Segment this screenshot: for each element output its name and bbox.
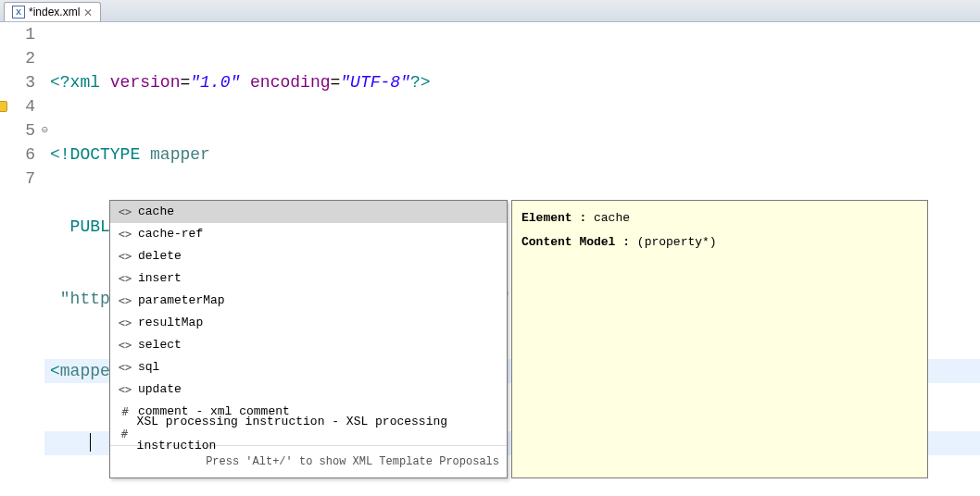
suggestion-label: update: [138, 378, 182, 402]
tag-icon: <>: [118, 267, 132, 291]
suggestion-detail: Element : cache Content Model : (propert…: [511, 200, 928, 478]
detail-key: Content Model :: [521, 235, 637, 249]
xml-file-icon: X: [12, 6, 25, 19]
text-cursor: [90, 433, 91, 452]
line-number: 2: [0, 46, 35, 70]
tag-icon: <>: [118, 289, 132, 313]
close-icon[interactable]: ⨯: [83, 6, 93, 19]
suggestion-label: cache: [138, 200, 174, 224]
line-gutter: 1234567: [0, 22, 43, 191]
suggestion-label: parameterMap: [138, 289, 225, 313]
suggestion-item[interactable]: <>delete: [110, 245, 507, 267]
line-number: 4: [0, 94, 35, 118]
line-number: 5: [0, 118, 35, 143]
hash-icon: #: [118, 400, 132, 424]
content-assist-popup: <>cache<>cache-ref<>delete<>insert<>para…: [109, 200, 928, 478]
suggestion-label: insert: [138, 267, 182, 291]
editor-tab[interactable]: X *index.xml ⨯: [4, 2, 101, 21]
tab-title: *index.xml: [29, 6, 80, 19]
suggestion-item[interactable]: <>parameterMap: [110, 290, 507, 312]
detail-val: cache: [594, 211, 630, 225]
suggestion-label: delete: [138, 244, 182, 268]
suggestion-item[interactable]: <>sql: [110, 356, 507, 378]
suggestion-item[interactable]: <>select: [110, 334, 507, 356]
suggestion-item[interactable]: <>resultMap: [110, 312, 507, 334]
hash-icon: #: [118, 422, 132, 446]
tag-icon: <>: [118, 333, 132, 357]
tag-icon: <>: [118, 222, 132, 246]
suggestion-item[interactable]: <>insert: [110, 267, 507, 290]
line-number: 6: [0, 143, 35, 167]
code-line: <!DOCTYPE mapper: [44, 143, 980, 167]
suggestion-label: cache-ref: [138, 222, 203, 246]
line-number: 1: [0, 22, 35, 46]
suggestion-item[interactable]: <>cache: [110, 201, 507, 223]
line-number: 3: [0, 70, 35, 94]
line-number: 7: [0, 167, 35, 191]
suggestion-label: resultMap: [138, 311, 203, 335]
tag-icon: <>: [118, 378, 132, 402]
detail-key: Element :: [521, 211, 594, 225]
tag-icon: <>: [118, 200, 132, 224]
code-line: <?xml version="1.0" encoding="UTF-8"?>: [44, 70, 980, 94]
tag-icon: <>: [118, 355, 132, 379]
suggestion-list[interactable]: <>cache<>cache-ref<>delete<>insert<>para…: [109, 200, 508, 478]
suggestion-label: select: [138, 333, 182, 357]
tag-icon: <>: [118, 244, 132, 268]
tag-icon: <>: [118, 311, 132, 335]
suggestion-item[interactable]: #XSL processing instruction - XSL proces…: [110, 423, 507, 445]
detail-val: (property*): [637, 235, 717, 249]
suggestion-label: sql: [138, 355, 159, 379]
tab-bar: X *index.xml ⨯: [0, 0, 980, 22]
suggestion-item[interactable]: <>update: [110, 378, 507, 401]
suggestion-item[interactable]: <>cache-ref: [110, 223, 507, 245]
